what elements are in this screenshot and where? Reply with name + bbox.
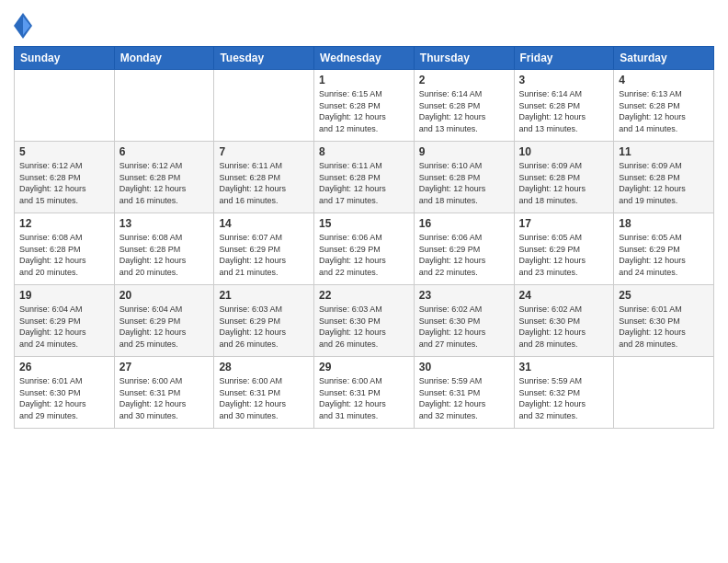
calendar-cell: 1Sunrise: 6:15 AM Sunset: 6:28 PM Daylig…	[314, 70, 415, 142]
day-info: Sunrise: 6:03 AM Sunset: 6:30 PM Dayligh…	[319, 304, 409, 350]
calendar-cell: 29Sunrise: 6:00 AM Sunset: 6:31 PM Dayli…	[314, 357, 415, 429]
week-row-4: 19Sunrise: 6:04 AM Sunset: 6:29 PM Dayli…	[15, 285, 714, 357]
day-number: 23	[419, 289, 509, 302]
calendar-cell: 27Sunrise: 6:00 AM Sunset: 6:31 PM Dayli…	[114, 357, 214, 429]
day-info: Sunrise: 5:59 AM Sunset: 6:32 PM Dayligh…	[519, 375, 609, 421]
day-info: Sunrise: 5:59 AM Sunset: 6:31 PM Dayligh…	[419, 375, 509, 421]
day-info: Sunrise: 6:04 AM Sunset: 6:29 PM Dayligh…	[19, 304, 109, 350]
calendar-cell: 2Sunrise: 6:14 AM Sunset: 6:28 PM Daylig…	[414, 70, 514, 142]
day-number: 21	[219, 289, 309, 302]
day-number: 24	[519, 289, 609, 302]
day-number: 20	[119, 289, 210, 302]
calendar-cell: 15Sunrise: 6:06 AM Sunset: 6:29 PM Dayli…	[314, 213, 415, 285]
day-info: Sunrise: 6:05 AM Sunset: 6:29 PM Dayligh…	[519, 232, 609, 278]
day-info: Sunrise: 6:01 AM Sunset: 6:30 PM Dayligh…	[619, 304, 709, 350]
day-number: 3	[519, 74, 609, 86]
calendar-cell: 11Sunrise: 6:09 AM Sunset: 6:28 PM Dayli…	[614, 142, 714, 213]
day-info: Sunrise: 6:00 AM Sunset: 6:31 PM Dayligh…	[119, 375, 210, 421]
day-info: Sunrise: 6:06 AM Sunset: 6:29 PM Dayligh…	[319, 232, 409, 278]
calendar-cell: 16Sunrise: 6:06 AM Sunset: 6:29 PM Dayli…	[414, 213, 514, 285]
day-info: Sunrise: 6:11 AM Sunset: 6:28 PM Dayligh…	[319, 160, 409, 206]
day-number: 16	[419, 217, 509, 230]
day-number: 30	[419, 361, 509, 373]
day-info: Sunrise: 6:01 AM Sunset: 6:30 PM Dayligh…	[19, 375, 109, 421]
calendar-cell: 22Sunrise: 6:03 AM Sunset: 6:30 PM Dayli…	[314, 285, 415, 357]
day-info: Sunrise: 6:08 AM Sunset: 6:28 PM Dayligh…	[119, 232, 210, 278]
calendar-cell: 17Sunrise: 6:05 AM Sunset: 6:29 PM Dayli…	[514, 213, 614, 285]
day-info: Sunrise: 6:03 AM Sunset: 6:29 PM Dayligh…	[219, 304, 309, 350]
day-number: 25	[619, 289, 709, 302]
calendar-cell: 30Sunrise: 5:59 AM Sunset: 6:31 PM Dayli…	[414, 357, 514, 429]
day-number: 1	[319, 74, 409, 86]
week-row-1: 1Sunrise: 6:15 AM Sunset: 6:28 PM Daylig…	[15, 70, 714, 142]
day-info: Sunrise: 6:05 AM Sunset: 6:29 PM Dayligh…	[619, 232, 709, 278]
day-info: Sunrise: 6:15 AM Sunset: 6:28 PM Dayligh…	[319, 88, 409, 134]
calendar-cell: 31Sunrise: 5:59 AM Sunset: 6:32 PM Dayli…	[514, 357, 614, 429]
week-row-5: 26Sunrise: 6:01 AM Sunset: 6:30 PM Dayli…	[15, 357, 714, 429]
day-info: Sunrise: 6:02 AM Sunset: 6:30 PM Dayligh…	[419, 304, 509, 350]
day-info: Sunrise: 6:11 AM Sunset: 6:28 PM Dayligh…	[219, 160, 309, 206]
calendar-cell: 23Sunrise: 6:02 AM Sunset: 6:30 PM Dayli…	[414, 285, 514, 357]
day-info: Sunrise: 6:12 AM Sunset: 6:28 PM Dayligh…	[19, 160, 109, 206]
day-number: 28	[219, 361, 309, 373]
week-row-3: 12Sunrise: 6:08 AM Sunset: 6:28 PM Dayli…	[15, 213, 714, 285]
calendar-cell: 28Sunrise: 6:00 AM Sunset: 6:31 PM Dayli…	[214, 357, 314, 429]
calendar-cell: 19Sunrise: 6:04 AM Sunset: 6:29 PM Dayli…	[15, 285, 115, 357]
calendar-cell: 7Sunrise: 6:11 AM Sunset: 6:28 PM Daylig…	[214, 142, 314, 213]
calendar-cell: 12Sunrise: 6:08 AM Sunset: 6:28 PM Dayli…	[15, 213, 115, 285]
day-number: 31	[519, 361, 609, 373]
day-number: 15	[319, 217, 409, 230]
day-number: 29	[319, 361, 409, 373]
day-number: 11	[619, 145, 709, 158]
calendar-cell	[214, 70, 314, 142]
week-row-2: 5Sunrise: 6:12 AM Sunset: 6:28 PM Daylig…	[15, 142, 714, 213]
day-number: 10	[519, 145, 609, 158]
page: SundayMondayTuesdayWednesdayThursdayFrid…	[0, 0, 728, 563]
header	[14, 9, 714, 39]
weekday-header-monday: Monday	[114, 47, 214, 70]
day-number: 4	[619, 74, 709, 86]
weekday-header-thursday: Thursday	[414, 47, 514, 70]
weekday-header-saturday: Saturday	[614, 47, 714, 70]
day-info: Sunrise: 6:12 AM Sunset: 6:28 PM Dayligh…	[119, 160, 210, 206]
day-info: Sunrise: 6:04 AM Sunset: 6:29 PM Dayligh…	[119, 304, 210, 350]
day-number: 19	[19, 289, 109, 302]
weekday-header-friday: Friday	[514, 47, 614, 70]
day-info: Sunrise: 6:14 AM Sunset: 6:28 PM Dayligh…	[419, 88, 509, 134]
logo-icon	[14, 13, 32, 39]
calendar-cell: 4Sunrise: 6:13 AM Sunset: 6:28 PM Daylig…	[614, 70, 714, 142]
calendar-cell: 14Sunrise: 6:07 AM Sunset: 6:29 PM Dayli…	[214, 213, 314, 285]
day-number: 17	[519, 217, 609, 230]
calendar-cell	[15, 70, 115, 142]
day-number: 18	[619, 217, 709, 230]
calendar-cell: 5Sunrise: 6:12 AM Sunset: 6:28 PM Daylig…	[15, 142, 115, 213]
calendar-cell	[114, 70, 214, 142]
day-number: 26	[19, 361, 109, 373]
weekday-header-wednesday: Wednesday	[314, 47, 415, 70]
day-info: Sunrise: 6:06 AM Sunset: 6:29 PM Dayligh…	[419, 232, 509, 278]
calendar-cell: 6Sunrise: 6:12 AM Sunset: 6:28 PM Daylig…	[114, 142, 214, 213]
calendar-cell: 21Sunrise: 6:03 AM Sunset: 6:29 PM Dayli…	[214, 285, 314, 357]
calendar-cell: 8Sunrise: 6:11 AM Sunset: 6:28 PM Daylig…	[314, 142, 415, 213]
day-info: Sunrise: 6:02 AM Sunset: 6:30 PM Dayligh…	[519, 304, 609, 350]
day-info: Sunrise: 6:00 AM Sunset: 6:31 PM Dayligh…	[219, 375, 309, 421]
day-number: 14	[219, 217, 309, 230]
day-number: 7	[219, 145, 309, 158]
weekday-header-row: SundayMondayTuesdayWednesdayThursdayFrid…	[15, 47, 714, 70]
day-number: 2	[419, 74, 509, 86]
day-info: Sunrise: 6:07 AM Sunset: 6:29 PM Dayligh…	[219, 232, 309, 278]
calendar-cell: 26Sunrise: 6:01 AM Sunset: 6:30 PM Dayli…	[15, 357, 115, 429]
day-info: Sunrise: 6:09 AM Sunset: 6:28 PM Dayligh…	[619, 160, 709, 206]
day-number: 13	[119, 217, 210, 230]
day-info: Sunrise: 6:14 AM Sunset: 6:28 PM Dayligh…	[519, 88, 609, 134]
day-number: 22	[319, 289, 409, 302]
day-number: 6	[119, 145, 210, 158]
day-info: Sunrise: 6:13 AM Sunset: 6:28 PM Dayligh…	[619, 88, 709, 134]
calendar-cell: 13Sunrise: 6:08 AM Sunset: 6:28 PM Dayli…	[114, 213, 214, 285]
calendar-cell	[614, 357, 714, 429]
weekday-header-tuesday: Tuesday	[214, 47, 314, 70]
calendar-cell: 3Sunrise: 6:14 AM Sunset: 6:28 PM Daylig…	[514, 70, 614, 142]
day-info: Sunrise: 6:08 AM Sunset: 6:28 PM Dayligh…	[19, 232, 109, 278]
calendar-cell: 18Sunrise: 6:05 AM Sunset: 6:29 PM Dayli…	[614, 213, 714, 285]
weekday-header-sunday: Sunday	[15, 47, 115, 70]
